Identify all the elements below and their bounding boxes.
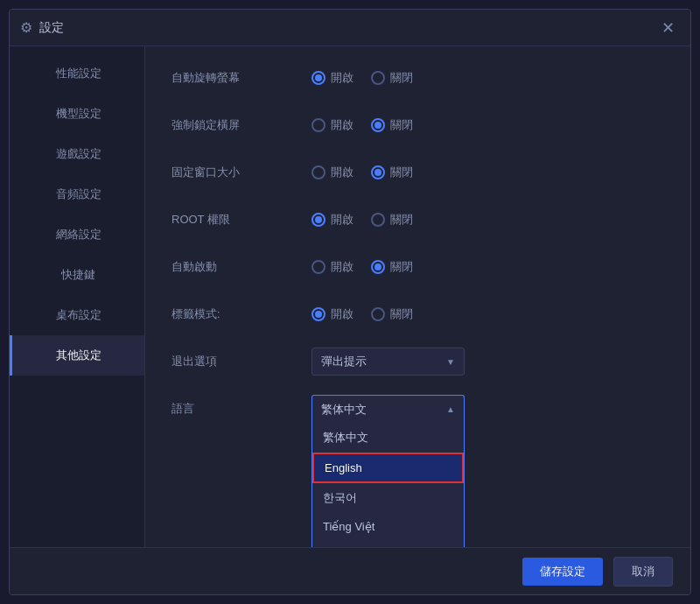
exit-option-value: 彈出提示	[321, 354, 367, 369]
fixed-window-row: 固定窗口大小 開啟 關閉	[172, 158, 664, 186]
sidebar-item-model[interactable]: 機型設定	[10, 94, 144, 134]
language-option-th[interactable]: ไทย	[312, 540, 464, 547]
force-landscape-label: 強制鎖定橫屏	[172, 117, 312, 133]
off-label-5: 關閉	[390, 259, 413, 275]
fixed-window-off[interactable]: 關閉	[371, 165, 413, 180]
dialog-content: 性能設定 機型設定 遊戲設定 音頻設定 網絡設定 快捷鍵 桌布設定 其他設定 自…	[10, 46, 690, 547]
root-access-off[interactable]: 關閉	[371, 212, 413, 228]
on-label-4: 開啟	[331, 212, 354, 228]
settings-dialog: ⚙ 設定 ✕ 性能設定 機型設定 遊戲設定 音頻設定 網絡設定 快捷鍵 桌布設定…	[9, 9, 691, 595]
fixed-window-on[interactable]: 開啟	[312, 165, 354, 180]
auto-rotate-off[interactable]: 關閉	[371, 70, 413, 86]
language-dropdown: 繁体中文 English 한국어 Tiếng Việt ไทย Indonesi…	[312, 423, 465, 547]
language-select-wrapper: 繁体中文 ▲ 繁体中文 English 한국어 Tiếng Việt ไทย I…	[312, 395, 465, 423]
off-label-6: 關閉	[390, 306, 413, 322]
root-access-row: ROOT 權限 開啟 關閉	[172, 206, 664, 234]
main-content: 自動旋轉螢幕 開啟 關閉 強制鎖定橫屏	[145, 46, 690, 547]
force-landscape-row: 強制鎖定橫屏 開啟 關閉	[172, 111, 664, 139]
force-landscape-options: 開啟 關閉	[312, 117, 413, 133]
off-label-2: 關閉	[390, 117, 413, 133]
language-label: 語言	[172, 401, 312, 417]
fixed-window-off-radio[interactable]	[371, 165, 385, 179]
force-landscape-on-radio[interactable]	[312, 118, 326, 132]
sidebar-item-desktop[interactable]: 桌布設定	[10, 295, 144, 335]
exit-option-row: 退出選項 彈出提示 ▼	[172, 348, 664, 376]
dialog-title: 設定	[39, 20, 655, 36]
save-button[interactable]: 儲存設定	[522, 558, 603, 586]
fixed-window-options: 開啟 關閉	[312, 165, 413, 180]
cancel-button[interactable]: 取消	[613, 557, 673, 586]
off-label: 關閉	[390, 70, 413, 86]
on-label-6: 開啟	[331, 306, 354, 322]
off-label-4: 關閉	[390, 212, 413, 228]
auto-rotate-on-radio[interactable]	[312, 71, 326, 85]
tab-mode-options: 開啟 關閉	[312, 306, 413, 322]
language-option-vi[interactable]: Tiếng Việt	[312, 513, 464, 540]
auto-start-options: 開啟 關閉	[312, 259, 413, 275]
language-option-zh-tw[interactable]: 繁体中文	[312, 423, 464, 453]
auto-rotate-off-radio[interactable]	[371, 71, 385, 85]
auto-start-on[interactable]: 開啟	[312, 259, 354, 275]
on-label: 開啟	[331, 70, 354, 86]
auto-rotate-row: 自動旋轉螢幕 開啟 關閉	[172, 64, 664, 92]
settings-icon: ⚙	[20, 19, 32, 36]
root-access-off-radio[interactable]	[371, 213, 385, 227]
language-select[interactable]: 繁体中文 ▲	[312, 395, 465, 423]
off-label-3: 關閉	[390, 165, 413, 180]
on-label-3: 開啟	[331, 165, 354, 180]
close-button[interactable]: ✕	[655, 16, 680, 40]
dialog-footer: 儲存設定 取消	[10, 547, 690, 594]
language-option-en[interactable]: English	[312, 453, 464, 483]
root-access-label: ROOT 權限	[172, 212, 312, 228]
exit-option-select[interactable]: 彈出提示 ▼	[312, 348, 465, 376]
sidebar-item-audio[interactable]: 音頻設定	[10, 174, 144, 214]
auto-rotate-label: 自動旋轉螢幕	[172, 70, 312, 86]
force-landscape-on[interactable]: 開啟	[312, 117, 354, 133]
on-label-5: 開啟	[331, 259, 354, 275]
tab-mode-off-radio[interactable]	[371, 307, 385, 321]
auto-start-off[interactable]: 關閉	[371, 259, 413, 275]
fixed-window-label: 固定窗口大小	[172, 165, 312, 180]
language-row: 語言 繁体中文 ▲ 繁体中文 English 한국어 Tiếng Việt ไท…	[172, 395, 664, 423]
root-access-on-radio[interactable]	[312, 213, 326, 227]
sidebar-item-shortcut[interactable]: 快捷鍵	[10, 255, 144, 295]
auto-start-label: 自動啟動	[172, 259, 312, 275]
sidebar-item-game[interactable]: 遊戲設定	[10, 134, 144, 174]
tab-mode-row: 標籤模式: 開啟 關閉	[172, 300, 664, 328]
tab-mode-on[interactable]: 開啟	[312, 306, 354, 322]
auto-rotate-options: 開啟 關閉	[312, 70, 413, 86]
chevron-down-icon: ▼	[446, 357, 455, 367]
sidebar-item-network[interactable]: 網絡設定	[10, 214, 144, 255]
chevron-up-icon: ▲	[446, 404, 455, 414]
language-option-ko[interactable]: 한국어	[312, 483, 464, 513]
root-access-options: 開啟 關閉	[312, 212, 413, 228]
force-landscape-off-radio[interactable]	[371, 118, 385, 132]
tab-mode-off[interactable]: 關閉	[371, 306, 413, 322]
sidebar-item-performance[interactable]: 性能設定	[10, 53, 144, 94]
auto-start-row: 自動啟動 開啟 關閉	[172, 253, 664, 281]
sidebar-item-other[interactable]: 其他設定	[10, 335, 144, 376]
auto-rotate-on[interactable]: 開啟	[312, 70, 354, 86]
tab-mode-label: 標籤模式:	[172, 306, 312, 322]
title-bar: ⚙ 設定 ✕	[10, 10, 690, 46]
tab-mode-on-radio[interactable]	[312, 307, 326, 321]
language-value: 繁体中文	[321, 402, 367, 418]
sidebar: 性能設定 機型設定 遊戲設定 音頻設定 網絡設定 快捷鍵 桌布設定 其他設定	[10, 46, 145, 547]
exit-option-label: 退出選項	[172, 354, 312, 369]
auto-start-on-radio[interactable]	[312, 260, 326, 274]
auto-start-off-radio[interactable]	[371, 260, 385, 274]
force-landscape-off[interactable]: 關閉	[371, 117, 413, 133]
on-label-2: 開啟	[331, 117, 354, 133]
root-access-on[interactable]: 開啟	[312, 212, 354, 228]
fixed-window-on-radio[interactable]	[312, 165, 326, 179]
